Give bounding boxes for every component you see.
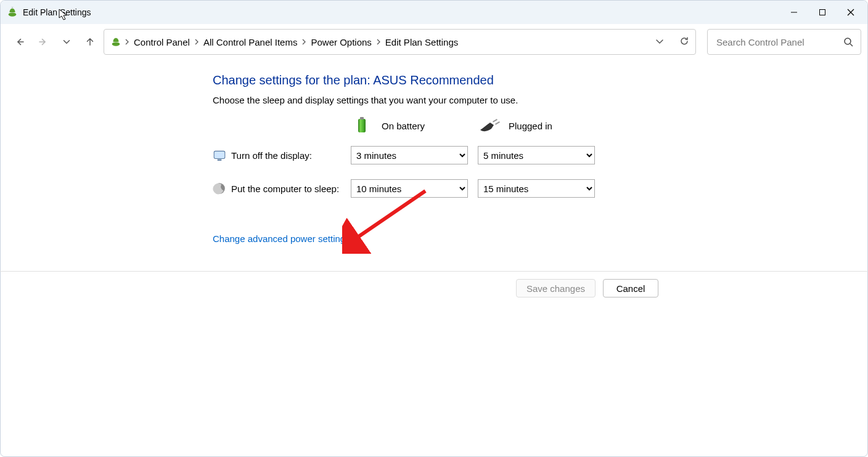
- display-label: Turn off the display:: [231, 150, 351, 161]
- content-area: Change settings for the plan: ASUS Recom…: [1, 60, 867, 244]
- display-icon: [213, 148, 226, 162]
- page-description: Choose the sleep and display settings th…: [213, 95, 867, 105]
- svg-rect-11: [358, 119, 366, 132]
- svg-rect-12: [360, 117, 364, 119]
- svg-rect-13: [493, 119, 497, 123]
- display-row: Turn off the display: 3 minutes 5 minute…: [213, 146, 867, 164]
- chevron-right-icon: [194, 39, 200, 45]
- svg-rect-16: [218, 160, 222, 161]
- on-battery-header: On battery: [351, 116, 478, 135]
- on-battery-label: On battery: [382, 121, 425, 131]
- sleep-battery-dropdown[interactable]: 10 minutes: [351, 179, 468, 198]
- app-icon: [7, 7, 18, 18]
- svg-rect-2: [820, 10, 825, 15]
- svg-rect-15: [214, 151, 225, 158]
- display-plugged-dropdown[interactable]: 5 minutes: [478, 146, 595, 164]
- cancel-button[interactable]: Cancel: [603, 279, 658, 297]
- breadcrumb-item[interactable]: All Control Panel Items: [202, 34, 299, 50]
- page-title: Change settings for the plan: ASUS Recom…: [213, 73, 867, 87]
- plugged-in-label: Plugged in: [509, 121, 552, 131]
- svg-point-8: [845, 38, 851, 44]
- sleep-row: Put the computer to sleep: 10 minutes 15…: [213, 179, 867, 198]
- save-button[interactable]: Save changes: [516, 279, 596, 297]
- chevron-right-icon: [301, 39, 307, 45]
- svg-point-0: [9, 12, 17, 16]
- svg-point-7: [112, 42, 120, 46]
- svg-line-9: [850, 44, 853, 46]
- refresh-button[interactable]: [679, 36, 689, 48]
- back-button[interactable]: [10, 32, 30, 52]
- breadcrumb-item[interactable]: Power Options: [309, 34, 372, 50]
- navigation-bar: Control Panel All Control Panel Items Po…: [1, 24, 867, 60]
- footer-buttons: Save changes Cancel: [0, 271, 868, 305]
- title-bar: Edit Plan Settings: [1, 1, 867, 24]
- svg-rect-14: [495, 121, 500, 125]
- breadcrumb-item[interactable]: Control Panel: [133, 34, 191, 50]
- maximize-button[interactable]: [808, 2, 837, 22]
- breadcrumb-item[interactable]: Edit Plan Settings: [384, 34, 459, 50]
- history-dropdown[interactable]: [57, 32, 76, 52]
- chevron-right-icon: [375, 39, 382, 45]
- plugged-in-header: Plugged in: [478, 116, 605, 135]
- display-battery-dropdown[interactable]: 3 minutes: [351, 146, 468, 164]
- search-box[interactable]: [707, 29, 861, 55]
- breadcrumb[interactable]: Control Panel All Control Panel Items Po…: [104, 29, 696, 55]
- address-dropdown[interactable]: [655, 36, 665, 48]
- search-icon: [843, 37, 853, 47]
- forward-button[interactable]: [33, 32, 53, 52]
- search-input[interactable]: [715, 36, 843, 48]
- sleep-plugged-dropdown[interactable]: 15 minutes: [478, 179, 595, 198]
- battery-icon: [351, 116, 373, 135]
- window-title: Edit Plan Settings: [23, 7, 91, 17]
- column-headers: On battery Plugged in: [213, 116, 867, 135]
- chevron-right-icon: [124, 39, 130, 45]
- minimize-button[interactable]: [780, 2, 808, 22]
- up-button[interactable]: [80, 32, 100, 52]
- sleep-label: Put the computer to sleep:: [231, 184, 351, 194]
- sleep-icon: [213, 182, 226, 195]
- close-button[interactable]: [837, 2, 865, 22]
- plug-icon: [478, 116, 500, 135]
- breadcrumb-icon: [110, 36, 121, 47]
- advanced-settings-link[interactable]: Change advanced power settings: [213, 233, 350, 244]
